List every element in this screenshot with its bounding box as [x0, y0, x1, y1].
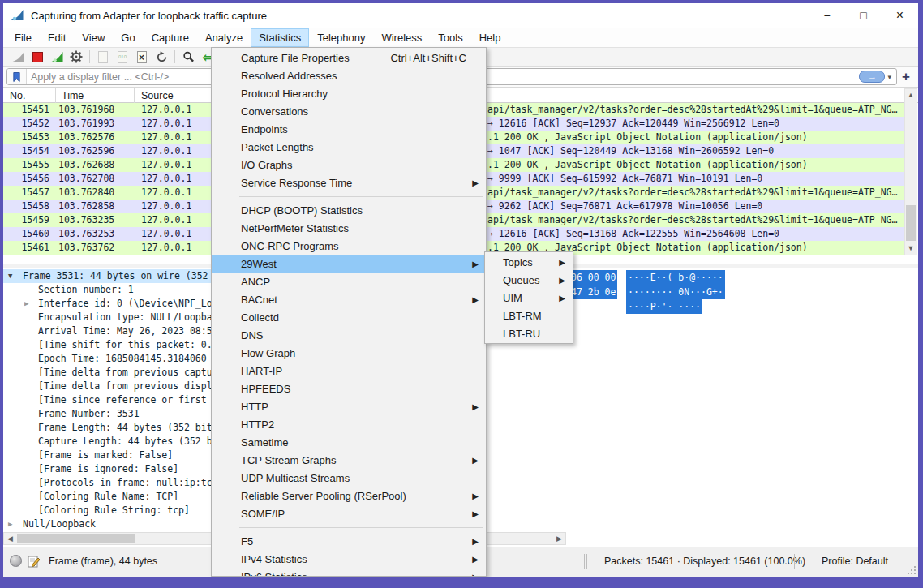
submenu-item-topics[interactable]: Topics▶ [485, 254, 573, 272]
menu-item-flow-graph[interactable]: Flow Graph [212, 345, 486, 363]
menubar-item-view[interactable]: View [74, 28, 113, 47]
expander-expanded-icon[interactable]: ▼ [8, 269, 12, 283]
statusbar-separator [792, 554, 795, 569]
cell-time: 103.762576 [58, 131, 114, 144]
scroll-right-icon[interactable]: ▶ [553, 533, 565, 544]
menubar-item-edit[interactable]: Edit [40, 28, 74, 47]
menu-item-netperfmeter-statistics[interactable]: NetPerfMeter Statistics [212, 220, 486, 238]
menu-item-29west[interactable]: 29West▶ [212, 255, 486, 273]
menu-item-endpoints[interactable]: Endpoints [212, 121, 486, 139]
menubar-item-wireless[interactable]: Wireless [373, 28, 430, 47]
packet-list-scrollbar[interactable]: ▲ ▼ [904, 88, 917, 255]
column-divider[interactable] [55, 88, 56, 103]
close-button[interactable]: × [882, 3, 918, 28]
open-file-icon[interactable] [93, 49, 113, 65]
menu-item-capture-file-properties[interactable]: Capture File PropertiesCtrl+Alt+Shift+C [212, 49, 486, 67]
menu-item-hpfeeds[interactable]: HPFEEDS [212, 380, 486, 398]
menu-item-label: HPFEEDS [241, 383, 290, 395]
column-header-no[interactable]: No. [10, 90, 25, 101]
ascii-bytes[interactable]: ········ 0N···G+· [626, 285, 725, 299]
cell-info: .1 200 OK , JavaScript Object Notation (… [487, 158, 903, 172]
ascii-bytes[interactable]: ····P·'· ···· [626, 299, 702, 314]
menu-item-service-response-time[interactable]: Service Response Time▶ [212, 174, 486, 192]
menu-item-dhcp-bootp-statistics[interactable]: DHCP (BOOTP) Statistics [212, 202, 486, 220]
ascii-bytes[interactable]: ····E··( b·@····· [626, 270, 725, 285]
expander-collapsed-icon[interactable]: ▶ [24, 297, 28, 311]
menu-item-ancp[interactable]: ANCP [212, 273, 486, 291]
menu-item-http[interactable]: HTTP▶ [212, 398, 486, 416]
close-file-icon[interactable]: × [132, 49, 152, 65]
menu-item-http2[interactable]: HTTP2 [212, 416, 486, 434]
scrollbar-thumb[interactable] [906, 205, 916, 241]
menu-item-ipv6-statistics[interactable]: IPv6 Statistics▶ [212, 569, 486, 577]
cell-info: api/task_manager/v2/tasks?order=desc%28s… [487, 103, 903, 117]
submenu-item-uim[interactable]: UIM▶ [485, 290, 573, 307]
menu-item-label: Conversations [241, 105, 308, 118]
minimize-button[interactable]: − [809, 3, 845, 28]
column-header-time[interactable]: Time [62, 90, 84, 101]
menu-item-dns[interactable]: DNS [212, 327, 486, 345]
column-header-source[interactable]: Source [141, 90, 174, 101]
scroll-up-icon[interactable]: ▲ [905, 89, 917, 101]
menubar-item-analyze[interactable]: Analyze [197, 28, 251, 47]
menu-item-sametime[interactable]: Sametime [212, 434, 486, 452]
scroll-left-icon[interactable]: ◀ [4, 533, 16, 544]
scroll-down-icon[interactable]: ▼ [905, 242, 917, 255]
restart-capture-icon[interactable] [47, 49, 67, 65]
profile-label[interactable]: Profile: Default [822, 556, 888, 567]
apply-filter-button[interactable]: → [859, 71, 885, 83]
cell-source: 127.0.0.1 [141, 172, 191, 186]
menu-item-f5[interactable]: F5▶ [212, 533, 486, 551]
title-bar: Capturing from Adapter for loopback traf… [3, 3, 918, 28]
menu-item-conversations[interactable]: Conversations [212, 103, 486, 121]
filter-bookmark-icon[interactable] [7, 69, 27, 84]
detail-line-text: [Time shift for this packet: 0. [38, 338, 213, 352]
menubar-item-help[interactable]: Help [471, 28, 509, 47]
menu-item-packet-lengths[interactable]: Packet Lengths [212, 139, 486, 157]
submenu-item-queues[interactable]: Queues▶ [485, 272, 573, 290]
menu-item-bacnet[interactable]: BACnet▶ [212, 291, 486, 309]
detail-line-text: [Frame is marked: False] [38, 449, 173, 462]
hex-bytes[interactable]: 47 2b 0e [569, 285, 617, 299]
menu-item-onc-rpc-programs[interactable]: ONC-RPC Programs [212, 238, 486, 255]
detail-line-text: Frame Length: 44 bytes (352 bit [38, 421, 213, 435]
capture-options-gear-icon[interactable] [67, 49, 86, 65]
menu-item-protocol-hierarchy[interactable]: Protocol Hierarchy [212, 85, 486, 103]
maximize-button[interactable]: □ [845, 3, 882, 28]
start-capture-icon[interactable] [8, 49, 28, 65]
find-packet-icon[interactable] [178, 49, 198, 65]
capture-comment-pencil-icon[interactable] [28, 555, 41, 568]
menu-item-hart-ip[interactable]: HART-IP [212, 363, 486, 380]
expert-info-icon[interactable] [10, 555, 22, 567]
scrollbar-thumb[interactable] [17, 534, 135, 543]
menu-item-udp-multicast-streams[interactable]: UDP Multicast Streams [212, 470, 486, 487]
menubar-item-telephony[interactable]: Telephony [309, 28, 373, 47]
add-filter-button-button[interactable]: + [897, 69, 915, 85]
menu-item-some-ip[interactable]: SOME/IP▶ [212, 505, 486, 523]
submenu-item-lbt-ru[interactable]: LBT-RU [485, 325, 573, 343]
menubar-item-file[interactable]: File [6, 28, 40, 47]
expander-collapsed-icon[interactable]: ▶ [8, 517, 12, 531]
menubar-item-go[interactable]: Go [113, 28, 143, 47]
detail-line-text: Encapsulation type: NULL/Loopba [38, 311, 213, 324]
menubar-item-tools[interactable]: Tools [430, 28, 470, 47]
column-divider[interactable] [134, 88, 135, 103]
stop-capture-icon[interactable] [28, 49, 47, 65]
menu-item-label: HTTP2 [241, 418, 274, 431]
filter-dropdown-caret-icon[interactable]: ▾ [887, 73, 891, 81]
menu-item-resolved-addresses[interactable]: Resolved Addresses [212, 67, 486, 85]
menu-item-i-o-graphs[interactable]: I/O Graphs [212, 157, 486, 174]
menu-item-tcp-stream-graphs[interactable]: TCP Stream Graphs▶ [212, 452, 486, 470]
menubar-item-statistics[interactable]: Statistics [251, 28, 309, 47]
detail-line-text: [Time delta from previous captu [38, 366, 213, 380]
menu-item-collectd[interactable]: Collectd [212, 309, 486, 327]
menu-item-label: ANCP [241, 276, 270, 288]
menu-item-ipv4-statistics[interactable]: IPv4 Statistics▶ [212, 551, 486, 569]
hex-bytes[interactable]: 06 00 00 [569, 270, 617, 285]
menu-item-reliable-server-pooling-rserpool[interactable]: Reliable Server Pooling (RSerPool)▶ [212, 487, 486, 505]
submenu-item-lbt-rm[interactable]: LBT-RM [485, 307, 573, 325]
resize-grip[interactable] [908, 566, 916, 574]
reload-file-icon[interactable] [152, 49, 171, 65]
save-file-icon[interactable]: 010 [113, 49, 132, 65]
menubar-item-capture[interactable]: Capture [144, 28, 197, 47]
